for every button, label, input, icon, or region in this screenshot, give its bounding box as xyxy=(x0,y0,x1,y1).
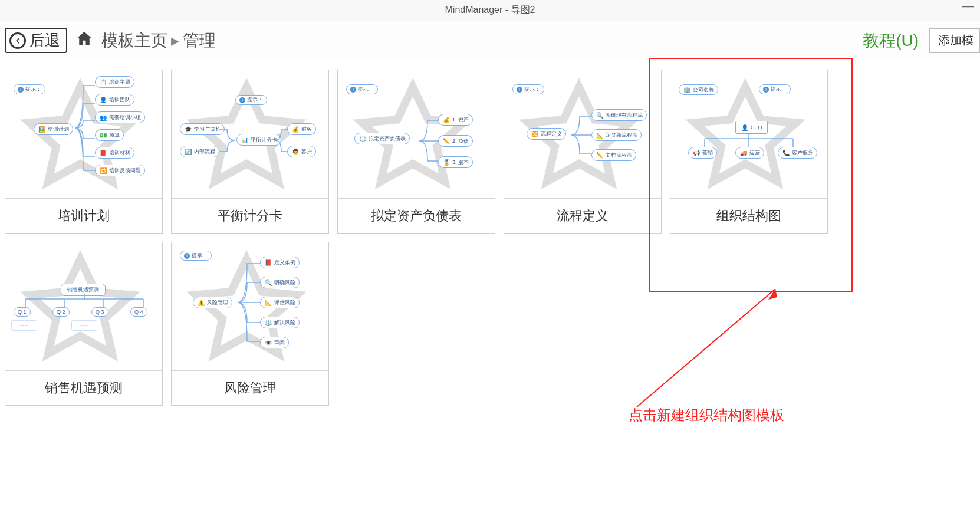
thumbnail: i提示： 🖼️培训计划 📋培训主题 👤培训团队 👥需要培训小组 💵预算 📕培训材… xyxy=(5,70,162,199)
card-label: 流程定义 xyxy=(504,199,661,233)
template-card-balance-sheet[interactable]: i提示： ⚖️拟定资产负债表 💰1. 资产 ✏️2. 负债 🏅3. 股本 拟定资… xyxy=(337,70,495,234)
tutorial-link[interactable]: 教程(U) xyxy=(863,29,919,52)
template-card-org-chart[interactable]: 🏢公司名称 i提示： 👤CEO 📢营销 🚚运营 📞客户服务 组织结构图 xyxy=(670,70,828,234)
template-card-risk-mgmt[interactable]: i提示： ⚠️风险管理 📕定义条例 🔍明确风险 📐评估风险 ⚖️解决风险 👁️审… xyxy=(171,242,329,406)
thumbnail: i提示： ⚖️拟定资产负债表 💰1. 资产 ✏️2. 负债 🏅3. 股本 xyxy=(338,70,495,199)
breadcrumb: 模板主页 ▸ 管理 xyxy=(101,29,216,52)
template-gallery: i提示： 🖼️培训计划 📋培训主题 👤培训团队 👥需要培训小组 💵预算 📕培训材… xyxy=(0,60,980,415)
template-card-sales-forecast[interactable]: 销售机遇预测 Q 1 Q 2 Q 3 Q 4 — — — — 销售机遇预测 xyxy=(5,242,163,406)
home-icon[interactable] xyxy=(75,29,93,51)
breadcrumb-root[interactable]: 模板主页 xyxy=(101,29,167,52)
add-template-label: 添加模 xyxy=(938,32,974,48)
breadcrumb-current: 管理 xyxy=(183,29,216,52)
card-label: 平衡计分卡 xyxy=(172,199,328,233)
template-card-balanced-scorecard[interactable]: i提示： 📊平衡计分卡 🎓学习与成长 🔄内部流程 💰财务 👨客户 平衡计分卡 xyxy=(171,70,329,234)
thumbnail: 🏢公司名称 i提示： 👤CEO 📢营销 🚚运营 📞客户服务 xyxy=(670,70,827,199)
card-label: 风险管理 xyxy=(172,371,328,405)
template-card-training-plan[interactable]: i提示： 🖼️培训计划 📋培训主题 👤培训团队 👥需要培训小组 💵预算 📕培训材… xyxy=(5,70,163,234)
thumbnail: 销售机遇预测 Q 1 Q 2 Q 3 Q 4 — — — — xyxy=(5,242,162,371)
thumbnail: i提示： 🔀流程定义 🔍明确现有流程流 📐定义新流程流 ✏️文档流程流 xyxy=(504,70,661,199)
window-title: MindManager - 导图2 xyxy=(445,4,535,17)
card-label: 组织结构图 xyxy=(670,199,827,233)
back-arrow-icon xyxy=(9,32,26,49)
card-label: 培训计划 xyxy=(5,199,162,233)
back-button[interactable]: 后退 xyxy=(5,28,67,53)
window-titlebar: MindManager - 导图2 — xyxy=(0,0,980,21)
chevron-right-icon: ▸ xyxy=(171,31,179,50)
card-label: 拟定资产负债表 xyxy=(338,199,495,233)
toolbar: 后退 模板主页 ▸ 管理 教程(U) 添加模 xyxy=(0,21,980,60)
template-card-process-def[interactable]: i提示： 🔀流程定义 🔍明确现有流程流 📐定义新流程流 ✏️文档流程流 流程定义 xyxy=(504,70,662,234)
add-template-button[interactable]: 添加模 xyxy=(929,28,980,53)
card-label: 销售机遇预测 xyxy=(5,371,162,405)
back-label: 后退 xyxy=(29,30,60,51)
thumbnail: i提示： ⚠️风险管理 📕定义条例 🔍明确风险 📐评估风险 ⚖️解决风险 👁️审… xyxy=(172,242,328,371)
thumbnail: i提示： 📊平衡计分卡 🎓学习与成长 🔄内部流程 💰财务 👨客户 xyxy=(172,70,328,199)
